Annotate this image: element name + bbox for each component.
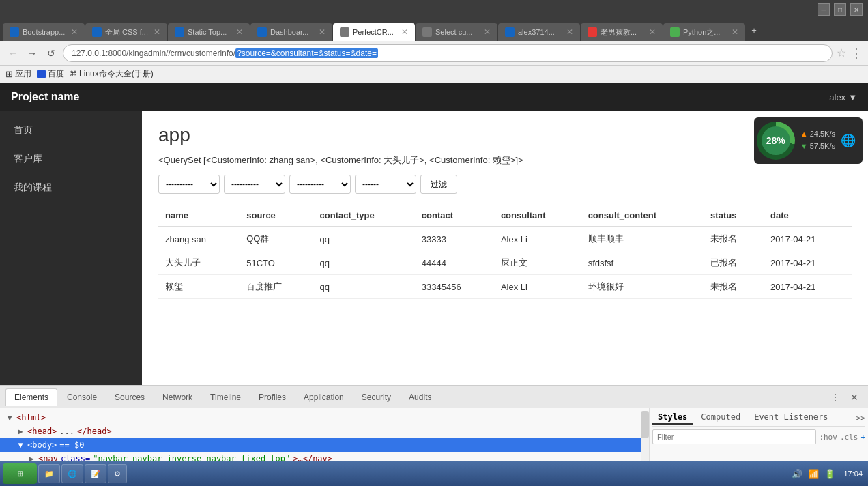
devtools-tab-audits[interactable]: Audits (401, 388, 439, 406)
cell-date: 2017-04-21 (764, 227, 852, 251)
taskbar-icon-label-4: ⚙ (114, 470, 121, 478)
bookmark-baidu[interactable]: 百度 (37, 68, 64, 80)
taskbar-icon-4[interactable]: ⚙ (108, 464, 127, 483)
devtools-tab-console[interactable]: Console (59, 388, 105, 406)
filter-consultant[interactable]: ---------- (224, 175, 285, 194)
devtools-tab-profiles[interactable]: Profiles (250, 388, 294, 406)
apps-icon: ⊞ (5, 69, 13, 79)
styles-panel-tabs: Styles Computed Event Listeners >> (652, 411, 865, 427)
styles-hov: >> (856, 414, 865, 423)
user-menu[interactable]: alex ▼ (829, 92, 857, 102)
filter-date[interactable]: ------ (355, 175, 416, 194)
col-header-status: status (704, 205, 764, 227)
table-header-row: name source contact_type contact consult… (158, 205, 852, 227)
devtools-tab-timeline[interactable]: Timeline (202, 388, 249, 406)
taskbar-icon-1[interactable]: 📁 (38, 464, 60, 483)
code-line-body[interactable]: ▼ <body> == $0 (0, 438, 649, 452)
cell-contact_type: qq (313, 251, 415, 275)
tray-icon-2: 📶 (807, 467, 820, 481)
browser-tab-9[interactable]: Python之... ✕ (663, 23, 745, 41)
browser-tab-7[interactable]: alex3714... ✕ (498, 23, 580, 41)
address-bar[interactable]: 127.0.0.1:8000/kingadmin//crm/customerin… (63, 44, 833, 62)
net-percent: 28% (766, 135, 785, 146)
styles-tab-styles[interactable]: Styles (652, 411, 693, 425)
table-row[interactable]: 赖玺百度推广qq33345456Alex Li环境很好未报名2017-04-21 (158, 275, 852, 299)
browser-tab-6[interactable]: Select cu... ✕ (416, 23, 497, 41)
styles-tab-event-listeners[interactable]: Event Listeners (749, 411, 833, 425)
devtools-tab-sources[interactable]: Sources (106, 388, 153, 406)
browser-tab-8[interactable]: 老男孩教... ✕ (581, 23, 663, 41)
col-header-source: source (240, 205, 313, 227)
browser-tab-4[interactable]: Dashboar... ✕ (250, 23, 332, 41)
devtools-more-btn[interactable]: ⋮ (827, 389, 843, 405)
expander-head[interactable]: ▶ (16, 425, 25, 438)
bookmark-apps[interactable]: ⊞ 应用 (5, 68, 31, 80)
cell-contact_type: qq (313, 227, 415, 251)
expander-html[interactable]: ▼ (5, 412, 14, 424)
taskbar-icon-2[interactable]: 🌐 (61, 464, 83, 483)
tab-favicon-4 (257, 27, 267, 37)
tab-close-6[interactable]: ✕ (484, 27, 491, 37)
sidebar-customers-label: 客户库 (14, 153, 42, 164)
network-external-link[interactable]: 🌐 (841, 133, 856, 148)
cell-source: 51CTO (240, 251, 313, 275)
tab-favicon-1 (10, 27, 19, 37)
tab-close-9[interactable]: ✕ (732, 27, 738, 37)
bookmark-linux[interactable]: ⌘ Linux命令大全(手册) (70, 68, 154, 80)
tab-favicon-2 (92, 27, 102, 37)
maximize-btn[interactable]: □ (834, 3, 846, 16)
styles-cls-hint: .cls (840, 433, 858, 442)
cell-consultant: Alex Li (494, 227, 581, 251)
styles-add-btn[interactable]: + (860, 433, 865, 442)
tab-favicon-7 (505, 27, 515, 37)
network-badge: 28% ▲ 24.5K/s ▼ 57.5K/s 🌐 (754, 117, 863, 164)
sidebar-item-courses[interactable]: 我的课程 (0, 173, 142, 202)
tab-close-3[interactable]: ✕ (236, 27, 243, 37)
styles-tab-computed[interactable]: Computed (695, 411, 746, 425)
filter-status[interactable]: ---------- (289, 175, 351, 194)
expander-body[interactable]: ▼ (16, 439, 25, 451)
tab-close-7[interactable]: ✕ (566, 27, 573, 37)
taskbar-tray: 🔊 📶 🔋 17:04 (790, 467, 865, 481)
cell-source: 百度推广 (240, 275, 313, 299)
devtools-tab-network[interactable]: Network (154, 388, 201, 406)
minimize-btn[interactable]: ─ (818, 3, 830, 16)
sidebar-item-home[interactable]: 首页 (0, 116, 142, 145)
sidebar-home-label: 首页 (14, 124, 33, 135)
title-bar: ─ □ ✕ (0, 0, 868, 19)
extensions-btn[interactable]: ⋮ (850, 46, 863, 61)
devtools-tab-security[interactable]: Security (353, 388, 399, 406)
browser-tab-3[interactable]: Static Top... ✕ (168, 23, 250, 41)
styles-filter-input[interactable] (652, 429, 816, 444)
styles-actions: >> (856, 411, 865, 425)
devtools-close-btn[interactable]: ✕ (846, 389, 863, 405)
taskbar-icon-3[interactable]: 📝 (85, 464, 106, 483)
devtools-tab-application[interactable]: Application (295, 388, 352, 406)
table-row[interactable]: zhang sanQQ群qq33333Alex Li顺丰顺丰未报名2017-04… (158, 227, 852, 251)
filter-source[interactable]: ---------- (158, 175, 220, 194)
tab-close-2[interactable]: ✕ (154, 27, 160, 37)
devtools-tab-elements[interactable]: Elements (5, 388, 57, 406)
new-tab-btn[interactable]: + (746, 22, 762, 38)
tab-close-5[interactable]: ✕ (401, 27, 408, 37)
start-button[interactable]: ⊞ (3, 463, 37, 484)
browser-tab-1[interactable]: Bootstrapp... ✕ (3, 23, 85, 41)
filter-button[interactable]: 过滤 (420, 175, 457, 194)
tab-label-5: PerfectCR... (353, 28, 394, 36)
tab-close-8[interactable]: ✕ (649, 27, 656, 37)
sidebar-item-customers[interactable]: 客户库 (0, 145, 142, 173)
upload-icon: ▲ (800, 130, 808, 138)
brand-name: Project name (11, 91, 79, 103)
browser-tab-5[interactable]: PerfectCR... ✕ (333, 23, 415, 41)
back-btn[interactable]: ← (5, 46, 20, 61)
bookmark-star[interactable]: ☆ (837, 46, 846, 59)
code-scroll-thumb[interactable] (641, 411, 649, 438)
tab-close-1[interactable]: ✕ (71, 27, 78, 37)
close-btn[interactable]: ✕ (850, 3, 863, 16)
table-row[interactable]: 大头儿子51CTOqq44444屎正文sfdsfsf已报名2017-04-21 (158, 251, 852, 275)
taskbar: ⊞ 📁 🌐 📝 ⚙ 🔊 📶 🔋 17:04 (0, 461, 868, 486)
reload-btn[interactable]: ↺ (44, 46, 59, 61)
forward-btn[interactable]: → (25, 46, 40, 61)
tab-close-4[interactable]: ✕ (319, 27, 326, 37)
browser-tab-2[interactable]: 全局 CSS f... ✕ (85, 23, 167, 41)
